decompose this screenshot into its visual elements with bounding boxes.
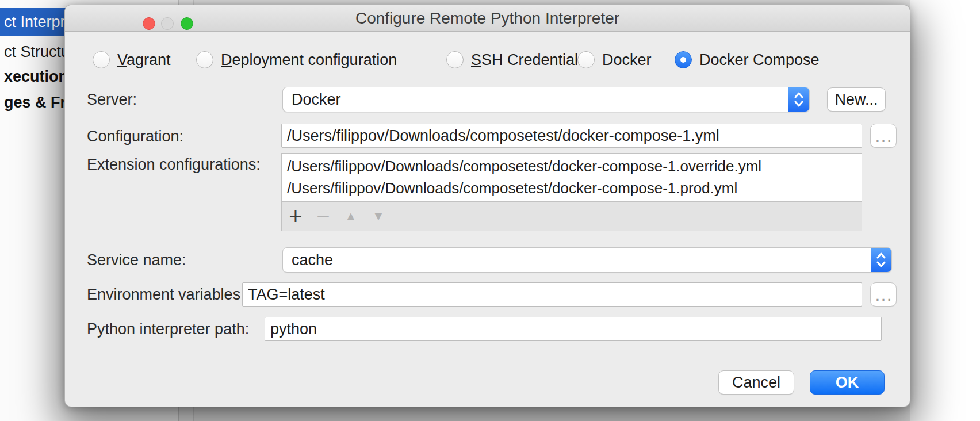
configuration-browse-button[interactable]: … — [870, 124, 897, 148]
radio-deployment-configuration-label: Deployment configuration — [221, 51, 397, 69]
radio-ssh-credentials[interactable]: SSH Credentials — [446, 51, 586, 69]
radio-circle-icon — [577, 51, 595, 68]
radio-dot — [680, 57, 686, 63]
radio-docker[interactable]: Docker — [577, 51, 652, 69]
radio-selected-circle-icon — [675, 51, 692, 68]
environment-variables-browse-button[interactable]: … — [870, 282, 897, 307]
server-combo-stepper[interactable] — [788, 87, 809, 112]
server-combobox[interactable]: Docker — [282, 87, 810, 112]
list-item[interactable]: /Users/filippov/Downloads/composetest/do… — [287, 155, 862, 177]
extension-configurations-label: Extension configurations: — [87, 156, 261, 173]
close-button[interactable] — [143, 17, 155, 30]
chevron-up-down-icon — [794, 91, 804, 108]
add-button[interactable]: + — [282, 202, 309, 230]
python-interpreter-path-input[interactable] — [265, 317, 882, 341]
radio-vagrant-label: Vagrant — [117, 51, 171, 69]
environment-variables-label: Environment variables: — [87, 286, 245, 303]
move-up-button[interactable]: ▲ — [337, 202, 365, 230]
arrow-down-icon: ▼ — [372, 209, 385, 223]
cancel-button[interactable]: Cancel — [718, 370, 794, 395]
plus-icon: + — [289, 204, 302, 229]
minus-icon: − — [316, 204, 330, 229]
python-interpreter-path-label: Python interpreter path: — [87, 320, 249, 338]
new-server-button[interactable]: New... — [827, 87, 886, 112]
radio-docker-compose-label: Docker Compose — [699, 51, 820, 69]
remove-button[interactable]: − — [309, 202, 337, 230]
server-label: Server: — [87, 91, 137, 108]
arrow-up-icon: ▲ — [344, 209, 357, 223]
minimize-button[interactable] — [161, 17, 174, 30]
server-combobox-value: Docker — [292, 87, 341, 112]
extension-configurations-list[interactable]: /Users/filippov/Downloads/composetest/do… — [281, 153, 862, 201]
move-down-button[interactable]: ▼ — [365, 202, 392, 230]
radio-circle-icon — [93, 51, 110, 68]
extension-list-toolbar: + − ▲ ▼ — [281, 201, 862, 231]
dialog-titlebar[interactable]: Configure Remote Python Interpreter — [65, 5, 910, 32]
radio-docker-label: Docker — [602, 51, 652, 69]
dialog-configure-remote-python-interpreter: Configure Remote Python Interpreter Vagr… — [64, 5, 910, 407]
radio-ssh-credentials-label: SSH Credentials — [471, 51, 586, 69]
service-name-combobox-value: cache — [292, 248, 333, 272]
service-name-combobox[interactable]: cache — [282, 247, 892, 273]
service-combo-stepper[interactable] — [871, 248, 891, 272]
chevron-up-down-icon — [876, 252, 886, 268]
radio-circle-icon — [196, 51, 213, 68]
radio-circle-icon — [446, 51, 464, 68]
service-name-label: Service name: — [87, 251, 186, 269]
configuration-path-input[interactable] — [281, 124, 862, 148]
radio-deployment-configuration[interactable]: Deployment configuration — [196, 51, 397, 69]
zoom-button[interactable] — [181, 17, 193, 30]
configuration-label: Configuration: — [87, 128, 183, 145]
ok-button[interactable]: OK — [810, 370, 885, 395]
radio-vagrant[interactable]: Vagrant — [93, 51, 171, 69]
list-item[interactable]: /Users/filippov/Downloads/composetest/do… — [287, 177, 862, 199]
environment-variables-input[interactable] — [242, 282, 862, 307]
radio-docker-compose[interactable]: Docker Compose — [675, 51, 820, 69]
